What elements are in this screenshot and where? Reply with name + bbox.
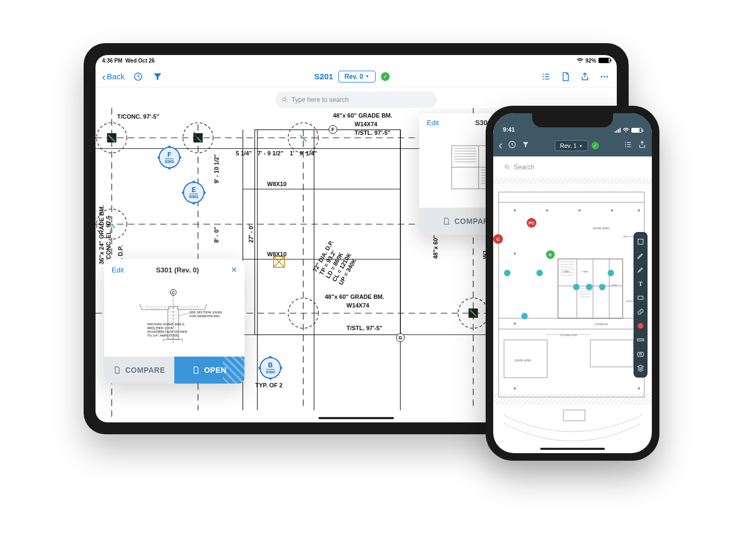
share-button[interactable] [579, 71, 591, 83]
label-w8x10-b: W8X10 [267, 251, 287, 257]
more-button[interactable] [598, 71, 610, 83]
popup-edit-button[interactable]: Edit [427, 119, 439, 127]
camera-tool[interactable] [636, 350, 645, 358]
list-button[interactable] [540, 71, 552, 83]
status-left: 4:36 PM Wed Oct 26 [102, 58, 155, 64]
marker-dot-7[interactable] [599, 284, 605, 290]
marker-dot-2[interactable] [536, 270, 543, 276]
thumbnail-detail-drawing [131, 289, 217, 348]
select-tool[interactable] [636, 237, 645, 246]
open-button[interactable]: OPEN [174, 357, 244, 384]
svg-point-122 [546, 209, 548, 211]
iphone-screen: 9:41 ‹ Rev. 1 ▼ [493, 113, 652, 453]
svg-rect-136 [638, 296, 643, 299]
svg-rect-143 [638, 352, 644, 357]
layers-icon [637, 364, 644, 372]
svg-point-8 [604, 76, 605, 77]
search-bar[interactable]: Type here to search [275, 92, 437, 108]
back-button[interactable]: ‹ [499, 139, 502, 153]
marker-pc2[interactable]: C [493, 234, 503, 244]
marker-pc[interactable]: PC [527, 218, 536, 228]
svg-point-129 [514, 323, 516, 325]
marker-dot-4[interactable] [608, 270, 614, 276]
callout-f-s301[interactable]: FS301 [155, 146, 184, 169]
fp-label-lobby: LOBBY [562, 270, 570, 273]
marker-dot-6[interactable] [586, 284, 592, 290]
shape-tool[interactable] [636, 293, 645, 302]
label-6: 6" [193, 132, 199, 138]
label-27-0: 27' - 0" [248, 223, 254, 243]
clock-icon [133, 72, 143, 81]
label-48x60-2: 48"x 60" GRADE BM. [325, 293, 384, 300]
text-tool[interactable]: T [636, 279, 645, 288]
filter-button[interactable] [522, 141, 529, 151]
floorplan-drawing: LEASE AREA WEST CORRIDOR LEASE AREA LOBB… [493, 178, 652, 453]
fp-label-optional-office: OPTIONAL OFFICE [560, 334, 577, 337]
status-date: Wed Oct 26 [125, 58, 154, 64]
compare-button[interactable]: COMPARE [104, 357, 174, 384]
status-right: 92% [577, 58, 610, 64]
marker-dot-5[interactable] [573, 284, 580, 290]
svg-point-131 [514, 387, 516, 389]
link-tool[interactable] [636, 307, 645, 316]
ruler-tool[interactable] [636, 336, 645, 344]
revision-selector[interactable]: Rev. 1 ▼ [555, 140, 588, 151]
svg-point-121 [514, 209, 516, 211]
document-title: S201 [314, 72, 333, 81]
search-placeholder: Search [514, 163, 534, 171]
filter-button[interactable] [152, 71, 164, 83]
popup-thumbnail[interactable]: C [110, 281, 239, 357]
thumb-note-5: ROUGHEN FACE OF PIER [147, 330, 187, 333]
home-indicator [540, 448, 605, 450]
marker-e[interactable]: E [546, 250, 555, 259]
ipad-status-bar: 4:36 PM Wed Oct 26 92% [96, 55, 617, 66]
status-time: 4:36 PM [102, 58, 122, 64]
fp-label-lease-area: LEASE AREA [593, 227, 610, 230]
search-bar[interactable]: Search [499, 160, 646, 175]
svg-point-124 [611, 209, 613, 211]
label-stl-2: T/STL. 97'-5" [346, 325, 383, 331]
fp-label-stair: STAIR [582, 270, 588, 273]
thumb-note-2: FOR REINFORCING [189, 315, 220, 318]
svg-point-123 [578, 209, 581, 211]
blueprint-canvas[interactable]: LEASE AREA WEST CORRIDOR LEASE AREA LOBB… [493, 178, 652, 453]
marker-dot-3[interactable] [521, 313, 528, 319]
rectangle-icon [637, 294, 644, 302]
thumb-grid-c: C [170, 289, 176, 296]
highlight-tool[interactable] [636, 265, 645, 274]
document-button[interactable] [560, 71, 571, 83]
label-36x24: 36"x 24" GRADE BM. [98, 205, 105, 264]
square-icon [637, 238, 644, 245]
iphone-toolbar: ‹ Rev. 1 ▼ ✓ [493, 135, 652, 156]
callout-b-s302[interactable]: BS302 [256, 356, 285, 380]
back-button[interactable]: ‹ Back [102, 71, 125, 82]
history-button[interactable] [508, 140, 516, 151]
label-48x60-1: 48"x 60" GRADE BM. [333, 112, 392, 119]
label-w14-1: W14X74 [355, 121, 377, 127]
history-button[interactable] [132, 71, 144, 83]
callout-e-s301[interactable]: ES301 [179, 181, 208, 204]
close-icon[interactable]: × [231, 264, 237, 276]
label-conc: T/CONC. 97'-5" [117, 113, 159, 120]
svg-rect-98 [493, 178, 652, 183]
sync-status-icon: ✓ [381, 72, 390, 81]
label-48x60-3: 48"x 60" ( [432, 231, 439, 259]
label-9-10: 9' - 10 1/2" [213, 154, 220, 183]
issue-tool[interactable] [636, 322, 645, 330]
revision-selector[interactable]: Rev. 0 ▼ [338, 71, 375, 83]
status-time: 9:41 [503, 126, 515, 133]
layers-tool[interactable] [636, 364, 645, 372]
popup-edit-button[interactable]: Edit [112, 266, 124, 274]
battery-icon [631, 128, 642, 133]
label-typ: TYP. OF 2 [255, 382, 283, 388]
highlighter-icon [637, 266, 644, 274]
list-icon [541, 72, 551, 81]
svg-line-94 [508, 168, 510, 170]
fp-label-elev: ELEV [612, 284, 618, 286]
list-button[interactable] [624, 140, 632, 151]
thumb-note-1: SEE SECTION J/S301 [189, 311, 222, 314]
marker-dot-1[interactable] [504, 270, 510, 276]
share-button[interactable] [638, 140, 646, 151]
pen-tool[interactable] [636, 251, 645, 260]
ruler-icon [637, 336, 644, 344]
